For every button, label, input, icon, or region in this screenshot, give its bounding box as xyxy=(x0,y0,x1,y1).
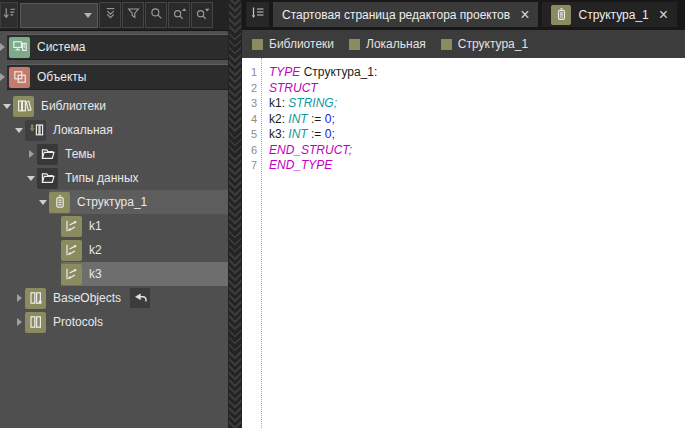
tab-bar: Стартовая страница редактора проектов×Ст… xyxy=(242,0,685,30)
chevron-down-icon[interactable] xyxy=(37,200,49,205)
code-token: Структура_1: xyxy=(304,65,378,79)
toolbar-buttons xyxy=(98,2,213,28)
chevron-right-icon[interactable] xyxy=(0,73,7,81)
variable-icon xyxy=(61,216,82,237)
code-line: k2: INT := 0; xyxy=(269,112,377,128)
tree-item-local[interactable]: Локальная xyxy=(0,118,228,142)
tree-item-baseobjects[interactable]: BaseObjects xyxy=(0,286,228,310)
tree-item-body: Protocols xyxy=(25,310,228,334)
sidebar-section-label: Система xyxy=(37,40,85,54)
tree-item-k2[interactable]: k2 xyxy=(0,238,228,262)
chevron-down-icon[interactable] xyxy=(1,104,13,109)
sidebar-section-label: Объекты xyxy=(37,70,87,84)
breadcrumb-item-libraries[interactable]: Библиотеки xyxy=(252,37,334,51)
chevron-down-icon[interactable] xyxy=(13,128,25,133)
search-down-icon xyxy=(195,6,210,25)
code-token: END_STRUCT; xyxy=(269,143,352,157)
breadcrumb-label: Библиотеки xyxy=(269,37,334,51)
tree-item-label: Локальная xyxy=(53,123,113,137)
code-token: INT xyxy=(288,127,307,141)
breadcrumb-item-structure-1[interactable]: Структура_1 xyxy=(441,37,528,51)
struct-icon xyxy=(551,5,571,25)
search-next-button[interactable] xyxy=(191,2,213,28)
tree-toolbar xyxy=(0,0,228,31)
tree-item-libraries[interactable]: Библиотеки xyxy=(0,94,228,118)
sidebar-section-objects[interactable]: Объекты xyxy=(0,64,228,90)
search-up-icon xyxy=(172,6,187,25)
search-button[interactable] xyxy=(145,2,167,28)
tree-item-body: Темы xyxy=(37,142,228,166)
search-icon xyxy=(149,6,164,25)
tree-item-protocols[interactable]: Protocols xyxy=(0,310,228,334)
line-number: 6 xyxy=(242,143,261,159)
code-editor[interactable]: 1234567 TYPE Структура_1:STRUCTk1: STRIN… xyxy=(242,58,685,428)
crumb-square-icon xyxy=(252,39,263,50)
filter-button[interactable] xyxy=(122,2,144,28)
chevron-right-icon[interactable] xyxy=(13,318,25,326)
sidebar-section-row[interactable]: Объекты xyxy=(7,64,228,90)
tabs: Стартовая страница редактора проектов×Ст… xyxy=(269,2,677,27)
tree-item-label: Типы данных xyxy=(65,171,139,185)
line-number: 5 xyxy=(242,127,261,143)
app-window: СистемаОбъекты БиблиотекиЛокальнаяТемыТи… xyxy=(0,0,685,428)
tree-item-k3[interactable]: k3 xyxy=(0,262,228,286)
tree-item-label: BaseObjects xyxy=(53,291,121,305)
collapse-all-button[interactable] xyxy=(99,2,121,28)
undo-arrow-button[interactable] xyxy=(130,288,150,308)
tab-start-page[interactable]: Стартовая страница редактора проектов× xyxy=(273,2,538,27)
search-input[interactable] xyxy=(21,8,84,22)
line-number: 7 xyxy=(242,158,261,174)
code-line: END_TYPE xyxy=(269,158,377,174)
sidebar-section-row[interactable]: Система xyxy=(7,34,228,60)
code-token: STRUCT xyxy=(269,81,318,95)
filter-icon xyxy=(126,6,141,25)
tree-item-body: BaseObjects xyxy=(25,286,228,310)
libraries-icon xyxy=(13,96,34,117)
close-icon[interactable]: × xyxy=(520,8,529,22)
tab-label: Структура_1 xyxy=(578,8,648,22)
tree-item-body: k3 xyxy=(61,262,228,286)
tab-list-button[interactable] xyxy=(246,2,269,27)
tree-item-label: Структура_1 xyxy=(77,195,147,209)
code-line: TYPE Структура_1: xyxy=(269,65,377,81)
tab-label: Стартовая страница редактора проектов xyxy=(282,8,510,22)
panel-splitter[interactable] xyxy=(228,0,242,428)
tree-item-k1[interactable]: k1 xyxy=(0,214,228,238)
tree-item-label: Библиотеки xyxy=(41,99,106,113)
code-line: k1: STRING; xyxy=(269,96,377,112)
chevron-down-icon[interactable] xyxy=(25,176,37,181)
crumb-square-icon xyxy=(349,39,360,50)
sort-icon xyxy=(2,6,17,25)
tree-item-data-types[interactable]: Типы данных xyxy=(0,166,228,190)
code-token: INT xyxy=(288,112,307,126)
line-number: 3 xyxy=(242,96,261,112)
search-combobox[interactable] xyxy=(20,3,98,28)
tab-list-icon xyxy=(250,5,266,25)
breadcrumb-label: Локальная xyxy=(366,37,426,51)
tree-item-themes[interactable]: Темы xyxy=(0,142,228,166)
books-icon xyxy=(25,312,46,333)
variable-icon xyxy=(61,240,82,261)
tree-item-body: Структура_1 xyxy=(49,190,228,214)
tree-item-label: Protocols xyxy=(53,315,103,329)
chevron-right-icon[interactable] xyxy=(25,150,37,158)
chevron-right-icon[interactable] xyxy=(13,294,25,302)
code-content: TYPE Структура_1:STRUCTk1: STRING;k2: IN… xyxy=(269,65,377,174)
code-line: END_STRUCT; xyxy=(269,143,377,159)
chevron-right-icon[interactable] xyxy=(0,43,7,51)
breadcrumb-label: Структура_1 xyxy=(458,37,528,51)
chevron-down-icon[interactable] xyxy=(84,13,92,18)
tree-item-body: Библиотеки xyxy=(13,94,228,118)
tree-item-structure-1[interactable]: Структура_1 xyxy=(0,190,228,214)
close-icon[interactable]: × xyxy=(659,8,668,22)
breadcrumb-item-local[interactable]: Локальная xyxy=(349,37,426,51)
code-token: TYPE xyxy=(269,65,304,79)
code-token: END_TYPE xyxy=(269,158,332,172)
search-previous-button[interactable] xyxy=(168,2,190,28)
sidebar-section-system[interactable]: Система xyxy=(0,34,228,60)
main-area: Стартовая страница редактора проектов×Ст… xyxy=(242,0,685,428)
sort-button[interactable] xyxy=(0,2,18,28)
tab-structure-1[interactable]: Структура_1× xyxy=(542,2,677,27)
objects-icon xyxy=(9,67,30,88)
code-token: 0; xyxy=(325,127,335,141)
